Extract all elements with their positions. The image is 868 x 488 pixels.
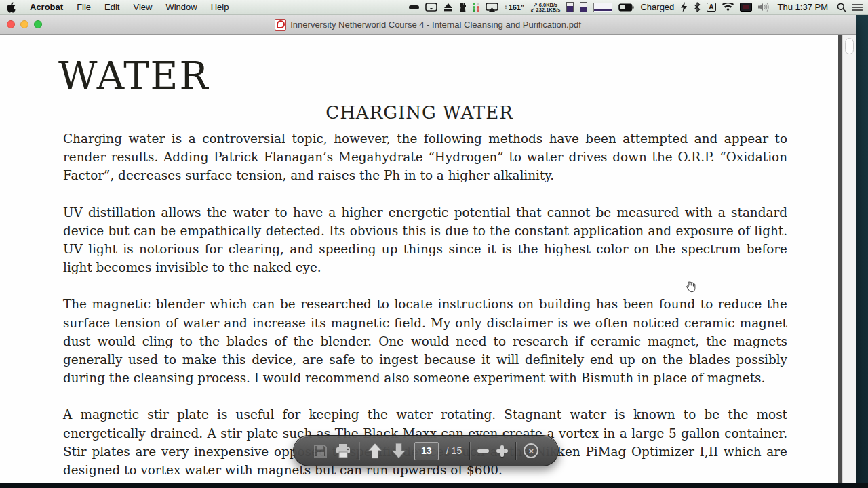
arrow-down-icon: [391, 442, 407, 460]
minus-icon: [477, 449, 489, 453]
acrobat-window: Innerversity Netherworld Course 4 - Inte…: [0, 15, 856, 483]
page-number-input[interactable]: 13: [414, 442, 439, 460]
minimize-window-button[interactable]: [20, 20, 28, 28]
toolbar-divider: [469, 442, 470, 460]
close-window-button[interactable]: [7, 20, 15, 28]
display-size-widget[interactable]: ↕ 161": [505, 0, 525, 15]
net-down-arrow-icon: ↙: [530, 7, 534, 13]
section-heading: CHARGING WATER: [0, 102, 839, 123]
menu-view[interactable]: View: [126, 0, 159, 15]
print-icon: [335, 443, 351, 458]
resize-arrows-icon: ↕: [505, 4, 507, 10]
toolbar-divider: [515, 442, 516, 460]
menubar-extra-crown-icon[interactable]: [459, 0, 467, 15]
close-toolbar-button[interactable]: ×: [524, 443, 538, 458]
next-page-button[interactable]: [391, 442, 407, 460]
menu-file[interactable]: File: [70, 0, 98, 15]
battery-icon[interactable]: [618, 0, 634, 15]
network-speed-widget[interactable]: ↗ 6.0KB/s ↙ 232.1KB/s: [530, 0, 560, 15]
battery-status-label[interactable]: Charged: [640, 0, 674, 15]
screen-capture-icon[interactable]: [740, 0, 752, 15]
toolbar-divider: [359, 442, 359, 460]
bolt-icon[interactable]: [680, 0, 688, 15]
input-source-icon[interactable]: A: [707, 0, 715, 15]
airplay-display-icon[interactable]: [486, 0, 498, 15]
plus-icon: [496, 445, 508, 457]
paragraph: Charging water is a controversial topic,…: [63, 129, 787, 185]
volume-icon[interactable]: [758, 0, 769, 15]
pdf-page: WATER CHARGING WATER Charging water is a…: [0, 35, 839, 483]
print-button[interactable]: [335, 443, 351, 458]
menu-app-name[interactable]: Acrobat: [23, 0, 70, 15]
menubar-extra-dash-icon[interactable]: [409, 0, 419, 15]
hand-cursor: [684, 281, 696, 298]
apple-menu[interactable]: [0, 0, 23, 15]
paragraph: UV distillation allows the water to have…: [63, 203, 787, 277]
close-icon: ×: [528, 447, 534, 455]
eject-icon[interactable]: [443, 0, 453, 15]
zoom-window-button[interactable]: [34, 20, 42, 28]
menu-help[interactable]: Help: [204, 0, 236, 15]
spotlight-search-icon[interactable]: [837, 0, 846, 15]
page-navigation-toolbar: 13 / 15 ×: [293, 435, 559, 466]
vertical-scrollbar[interactable]: [842, 35, 856, 483]
window-title: Innerversity Netherworld Course 4 - Inte…: [290, 20, 581, 30]
save-icon: [313, 444, 328, 458]
wifi-icon[interactable]: [722, 0, 734, 15]
memory-gauge-icon[interactable]: [566, 0, 574, 15]
page-heading: WATER: [58, 54, 210, 98]
bluetooth-icon[interactable]: [694, 0, 701, 15]
pdf-document-icon: [275, 19, 286, 30]
zoom-in-button[interactable]: [496, 445, 508, 457]
cpu-history-icon[interactable]: [593, 0, 612, 15]
desktop: Acrobat File Edit View Window Help: [0, 0, 868, 488]
apple-icon: [7, 2, 16, 13]
arrow-up-icon: [367, 442, 383, 460]
display-size-label: 161": [509, 3, 525, 12]
desktop-bottom-strip: [0, 483, 868, 488]
save-button[interactable]: [313, 444, 328, 458]
zoom-out-button[interactable]: [477, 449, 489, 453]
menu-edit[interactable]: Edit: [98, 0, 126, 15]
paragraph: The magnetic blender which can be resear…: [63, 295, 787, 387]
menu-bar: Acrobat File Edit View Window Help: [0, 0, 868, 15]
menubar-clock[interactable]: Thu 1:37 PM: [775, 0, 831, 15]
previous-page-button[interactable]: [367, 442, 383, 460]
menu-window[interactable]: Window: [159, 0, 203, 15]
scrollbar-thumb[interactable]: [845, 38, 854, 54]
page-total-label: / 15: [446, 445, 462, 456]
net-down-speed: 232.1KB/s: [536, 7, 561, 13]
window-titlebar[interactable]: Innerversity Netherworld Course 4 - Inte…: [0, 15, 856, 35]
body-text: Charging water is a controversial topic,…: [63, 129, 787, 483]
status-dots-icon[interactable]: [473, 0, 479, 15]
disk-gauge-icon[interactable]: [580, 0, 587, 15]
display-pip-icon[interactable]: [425, 0, 437, 15]
document-viewport: WATER CHARGING WATER Charging water is a…: [0, 35, 856, 483]
notification-center-icon[interactable]: [852, 0, 863, 15]
